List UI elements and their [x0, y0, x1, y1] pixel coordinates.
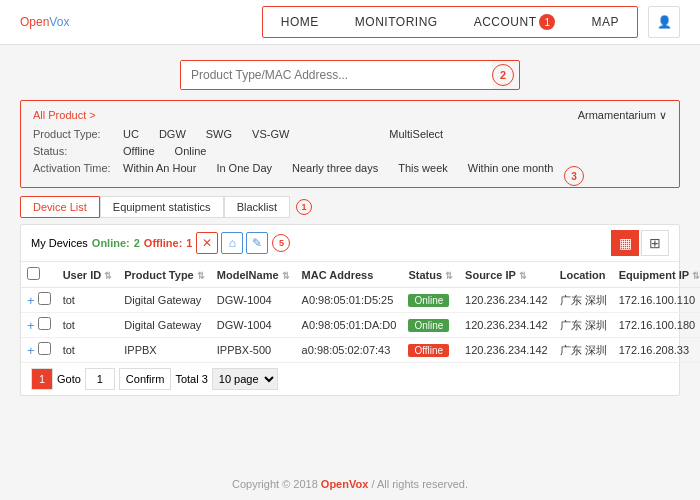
row-check: + [21, 288, 57, 313]
filter-header: All Product > Armamentarium ∨ [33, 109, 667, 122]
row-checkbox-0[interactable] [38, 292, 51, 305]
logo-open: Open [20, 15, 49, 29]
logo-vox: Vox [49, 15, 69, 29]
filter-within-hour[interactable]: Within An Hour [123, 162, 196, 174]
page-goto-input[interactable] [85, 368, 115, 390]
search-circle-label: 2 [492, 64, 514, 86]
status-badge: Online [408, 319, 449, 332]
cell-product-type: Digital Gateway [118, 288, 211, 313]
nav-map[interactable]: MAP [573, 6, 637, 38]
cell-status: Online [402, 313, 459, 338]
product-type-values: UC DGW SWG VS-GW MultiSelect [123, 128, 667, 140]
th-equipment-ip: Equipment IP ⇅ [613, 262, 700, 288]
filter-area: All Product > Armamentarium ∨ Product Ty… [20, 100, 680, 188]
cell-model: DGW-1004 [211, 313, 296, 338]
edit-device-btn[interactable]: ✎ [246, 232, 268, 254]
cell-userid: tot [57, 338, 119, 363]
main-nav: HOME MONITORING ACCOUNT 1 MAP [262, 6, 638, 38]
status-badge: Offline [408, 344, 449, 357]
filter-three-days[interactable]: Nearly three days [292, 162, 378, 174]
tab-blacklist[interactable]: Blacklist [224, 196, 290, 218]
th-location: Location [554, 262, 613, 288]
search-input[interactable] [181, 61, 492, 89]
device-action-icons: ✕ ⌂ ✎ [196, 232, 268, 254]
page-size-select[interactable]: 10 page 20 page 50 page [212, 368, 278, 390]
table-row: + tot Digital Gateway DGW-1004 A0:98:05:… [21, 313, 700, 338]
filter-circle-3: 3 [564, 166, 584, 186]
cell-location: 广东 深圳 [554, 288, 613, 313]
select-all-checkbox[interactable] [27, 267, 40, 280]
expand-icon[interactable]: + [27, 293, 35, 308]
cell-userid: tot [57, 313, 119, 338]
filter-offline[interactable]: Offline [123, 145, 155, 157]
expand-icon[interactable]: + [27, 343, 35, 358]
filter-dgw[interactable]: DGW [159, 128, 186, 140]
all-product-label[interactable]: All Product > [33, 109, 96, 122]
logo: OpenVox [20, 15, 69, 29]
device-area: My Devices Online: 2 Offline: 1 ✕ ⌂ ✎ 5 … [20, 224, 680, 396]
filter-swg[interactable]: SWG [206, 128, 232, 140]
total-label: Total 3 [175, 373, 207, 385]
list-view-btn[interactable]: ⊞ [641, 230, 669, 256]
nav-home[interactable]: HOME [263, 6, 337, 38]
status-key: Status: [33, 145, 123, 157]
cell-status: Offline [402, 338, 459, 363]
expand-icon[interactable]: + [27, 318, 35, 333]
filter-one-month[interactable]: Within one month [468, 162, 554, 174]
filter-online[interactable]: Online [175, 145, 207, 157]
th-mac: MAC Address [296, 262, 403, 288]
tabs-circle-1: 1 [296, 199, 312, 215]
page-1-btn[interactable]: 1 [31, 368, 53, 390]
online-count: 2 [134, 237, 140, 249]
filter-uc[interactable]: UC [123, 128, 139, 140]
th-product-type: Product Type ⇅ [118, 262, 211, 288]
armamentarium-label[interactable]: Armamentarium ∨ [578, 109, 667, 122]
cell-mac: A0:98:05:01:D5:25 [296, 288, 403, 313]
grid-view-btn[interactable]: ▦ [611, 230, 639, 256]
account-badge: 1 [539, 14, 555, 30]
status-values: Offline Online [123, 145, 667, 157]
cell-product-type: IPPBX [118, 338, 211, 363]
cell-equipment-ip: 172.16.208.33 [613, 338, 700, 363]
row-check: + [21, 338, 57, 363]
goto-label: Goto [57, 373, 81, 385]
footer: Copyright © 2018 OpenVox / All rights re… [0, 478, 700, 490]
device-table: User ID ⇅ Product Type ⇅ ModelName ⇅ MAC… [21, 262, 700, 363]
filter-vs-gw[interactable]: VS-GW [252, 128, 289, 140]
cell-mac: A0:98:05:01:DA:D0 [296, 313, 403, 338]
cell-source-ip: 120.236.234.142 [459, 288, 554, 313]
cell-mac: a0:98:05:02:07:43 [296, 338, 403, 363]
th-model: ModelName ⇅ [211, 262, 296, 288]
nav-account[interactable]: ACCOUNT 1 [456, 6, 574, 38]
th-source-ip: Source IP ⇅ [459, 262, 554, 288]
device-header-left: My Devices Online: 2 Offline: 1 ✕ ⌂ ✎ 5 [31, 232, 290, 254]
footer-text: Copyright © 2018 [232, 478, 318, 490]
cell-status: Online [402, 288, 459, 313]
footer-rights: / All rights reserved. [371, 478, 468, 490]
row-check: + [21, 313, 57, 338]
cell-source-ip: 120.236.234.142 [459, 313, 554, 338]
nav-monitoring[interactable]: MONITORING [337, 6, 456, 38]
filter-this-week[interactable]: This week [398, 162, 448, 174]
filter-multiselect[interactable]: MultiSelect [389, 128, 443, 140]
row-checkbox-1[interactable] [38, 317, 51, 330]
view-toggle: ▦ ⊞ [611, 230, 669, 256]
my-devices-label: My Devices [31, 237, 88, 249]
activation-values: Within An Hour In One Day Nearly three d… [123, 162, 667, 174]
filter-one-day[interactable]: In One Day [216, 162, 272, 174]
pagination: 1 Goto Confirm Total 3 10 page 20 page 5… [21, 363, 679, 395]
cell-product-type: Digital Gateway [118, 313, 211, 338]
offline-count: 1 [186, 237, 192, 249]
table-row: + tot IPPBX IPPBX-500 a0:98:05:02:07:43 … [21, 338, 700, 363]
row-checkbox-2[interactable] [38, 342, 51, 355]
page-confirm-btn[interactable]: Confirm [119, 368, 172, 390]
tab-equipment-stats[interactable]: Equipment statistics [100, 196, 224, 218]
th-userid: User ID ⇅ [57, 262, 119, 288]
col-check [21, 262, 57, 288]
offline-label: Offline: [144, 237, 183, 249]
tab-device-list[interactable]: Device List [20, 196, 100, 218]
user-icon[interactable]: 👤 [648, 6, 680, 38]
home-device-btn[interactable]: ⌂ [221, 232, 243, 254]
delete-device-btn[interactable]: ✕ [196, 232, 218, 254]
footer-brand: OpenVox [321, 478, 368, 490]
